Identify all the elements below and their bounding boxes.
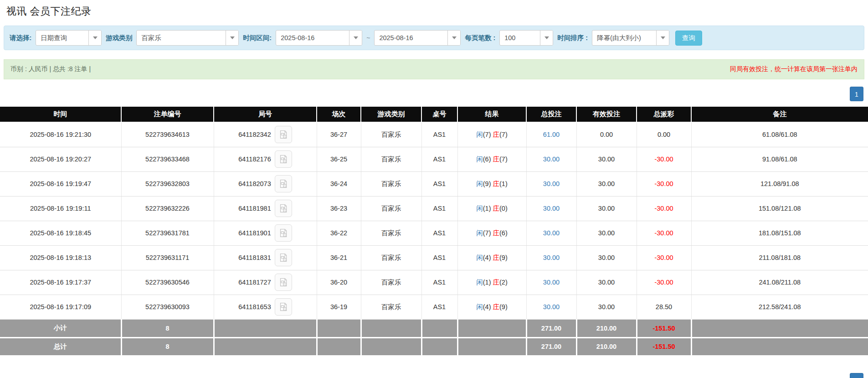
video-replay-button[interactable]	[275, 224, 292, 242]
payout-cell: -30.00	[637, 171, 691, 196]
time-cell: 2025-08-16 19:20:27	[0, 147, 121, 171]
date-from-select[interactable]: 2025-08-16	[276, 30, 362, 46]
valid-bet-cell: 30.00	[576, 245, 637, 270]
total-bet-cell: 30.00	[526, 171, 576, 196]
pagination-bottom-button[interactable]: 1	[850, 373, 863, 378]
table-no-cell: AS1	[421, 171, 457, 196]
total-bet-cell: 30.00	[526, 270, 576, 295]
video-replay-button[interactable]	[275, 298, 292, 316]
total-bet-link[interactable]: 30.00	[543, 205, 560, 212]
column-header: 总投注	[526, 107, 576, 122]
column-header: 游戏类别	[361, 107, 421, 122]
table-no-cell: AS1	[421, 196, 457, 221]
result-banker: 庄	[493, 180, 500, 187]
total-bet-link[interactable]: 30.00	[543, 254, 560, 261]
total-row-cell: 271.00	[526, 337, 576, 356]
remark-cell: 61.08/61.08	[691, 122, 868, 147]
total-bet-cell: 30.00	[526, 221, 576, 245]
currency-summary-text: 币别 : 人民币 | 总共 :8 注单 |	[10, 65, 91, 73]
game-type-cell: 百家乐	[361, 295, 421, 319]
total-bet-link[interactable]: 30.00	[543, 180, 560, 187]
total-bet-link[interactable]: 30.00	[543, 279, 560, 286]
result-cell: 闲(1) 庄(2)	[457, 270, 526, 295]
payout-cell: -30.00	[637, 245, 691, 270]
date-to-select[interactable]: 2025-08-16	[374, 30, 461, 46]
per-page-select[interactable]: 100	[499, 30, 553, 46]
video-replay-button[interactable]	[275, 249, 292, 266]
game-type-cell: 百家乐	[361, 171, 421, 196]
result-cell: 闲(4) 庄(9)	[457, 245, 526, 270]
video-replay-button[interactable]	[275, 175, 292, 192]
valid-bet-cell: 30.00	[576, 196, 637, 221]
column-header: 时间	[0, 107, 121, 122]
game-type-cell: 百家乐	[361, 196, 421, 221]
total-bet-link[interactable]: 30.00	[543, 155, 560, 163]
total-row-cell	[214, 337, 317, 356]
round-number: 641181831	[238, 254, 271, 261]
subtotal-row-cell: -151.50	[637, 319, 691, 337]
game-type-select[interactable]: 百家乐	[136, 30, 239, 46]
subtotal-row-cell: 8	[121, 319, 214, 337]
round-number: 641182342	[238, 131, 271, 138]
table-no-cell: AS1	[421, 245, 457, 270]
result-player: 闲	[476, 254, 483, 261]
payout-cell: -30.00	[637, 196, 691, 221]
result-player: 闲	[476, 303, 483, 311]
total-bet-cell: 30.00	[526, 245, 576, 270]
bet-id-cell: 522739630093	[121, 295, 214, 319]
result-player: 闲	[476, 279, 483, 286]
column-header: 场次	[317, 107, 361, 122]
time-cell: 2025-08-16 19:17:37	[0, 270, 121, 295]
game-type-cell: 百家乐	[361, 221, 421, 245]
result-cell: 闲(7) 庄(7)	[457, 122, 526, 147]
round-id-cell: 641181901	[214, 221, 317, 245]
time-range-label: 时间区间:	[243, 34, 272, 42]
round-id-cell: 641181981	[214, 196, 317, 221]
result-player: 闲	[476, 205, 483, 212]
total-bet-link[interactable]: 30.00	[543, 229, 560, 237]
bet-id-cell: 522739631781	[121, 221, 214, 245]
video-replay-icon	[278, 129, 288, 140]
round-id-cell: 641181653	[214, 295, 317, 319]
query-type-select[interactable]: 日期查询	[36, 30, 102, 46]
session-cell: 36-24	[317, 171, 361, 196]
info-bar: 币别 : 人民币 | 总共 :8 注单 | 同局有效投注，统一计算在该局第一张注…	[4, 59, 864, 79]
session-cell: 36-19	[317, 295, 361, 319]
video-replay-button[interactable]	[275, 200, 292, 217]
time-cell: 2025-08-16 19:19:11	[0, 196, 121, 221]
video-replay-button[interactable]	[275, 150, 292, 168]
round-number: 641181653	[238, 303, 271, 311]
valid-bet-cell: 30.00	[576, 295, 637, 319]
table-row: 2025-08-16 19:18:13522739631171641181831…	[0, 245, 868, 270]
total-bet-cell: 30.00	[526, 196, 576, 221]
total-row: 总计8271.00210.00-151.50	[0, 337, 868, 356]
column-header: 结果	[457, 107, 526, 122]
game-type-cell: 百家乐	[361, 147, 421, 171]
total-bet-link[interactable]: 61.00	[543, 131, 560, 138]
table-row: 2025-08-16 19:17:09522739630093641181653…	[0, 295, 868, 319]
total-bet-link[interactable]: 30.00	[543, 303, 560, 311]
video-replay-button[interactable]	[275, 126, 292, 143]
time-cell: 2025-08-16 19:21:30	[0, 122, 121, 147]
round-id-cell: 641181831	[214, 245, 317, 270]
table-row: 2025-08-16 19:18:45522739631781641181901…	[0, 221, 868, 245]
result-banker: 庄	[493, 303, 500, 311]
page-1-button[interactable]: 1	[850, 87, 863, 101]
video-replay-button[interactable]	[275, 274, 292, 291]
table-row: 2025-08-16 19:20:27522739633468641182176…	[0, 147, 868, 171]
bet-id-cell: 522739634613	[121, 122, 214, 147]
betting-records-table: 时间注单编号局号场次游戏类别桌号结果总投注有效投注总派彩备注 2025-08-1…	[0, 107, 868, 357]
query-button[interactable]: 查询	[675, 31, 702, 46]
payout-cell: -30.00	[637, 147, 691, 171]
bet-id-cell: 522739632226	[121, 196, 214, 221]
table-no-cell: AS1	[421, 270, 457, 295]
payout-cell: -30.00	[637, 270, 691, 295]
remark-cell: 121.08/91.08	[691, 171, 868, 196]
valid-bet-cell: 0.00	[576, 122, 637, 147]
sort-select[interactable]: 降幂(由大到小)	[592, 30, 669, 46]
subtotal-row-cell: 210.00	[576, 319, 637, 337]
remark-cell: 151.08/121.08	[691, 196, 868, 221]
total-row-cell	[317, 337, 361, 356]
column-header: 总派彩	[637, 107, 691, 122]
total-row-cell: 210.00	[576, 337, 637, 356]
